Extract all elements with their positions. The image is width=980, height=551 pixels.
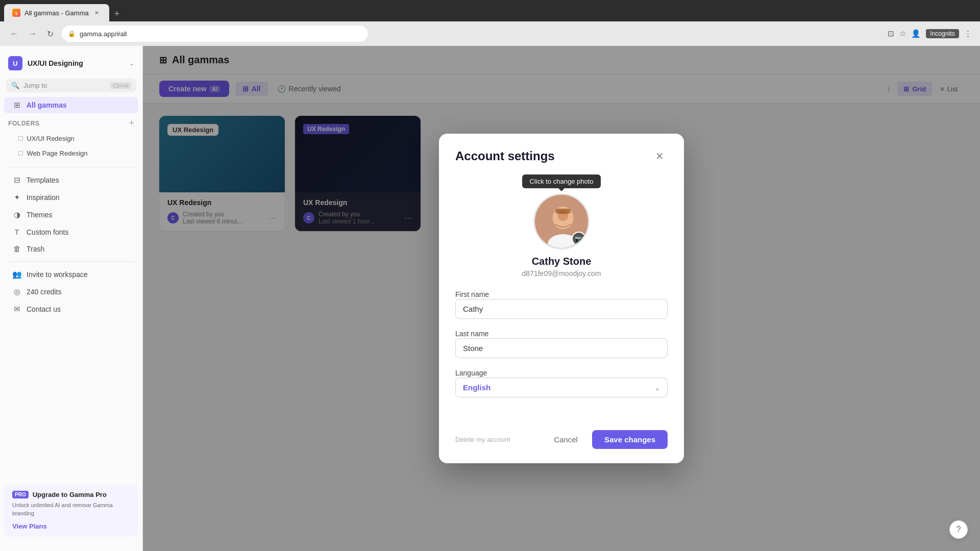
nav-label-contact: Contact us	[27, 305, 61, 313]
language-label: Language	[455, 369, 487, 377]
app: U UX/UI Designing ⌄ 🔍 Jump to Ctrl+K ⊞ A…	[0, 46, 980, 551]
first-name-group: First name	[455, 290, 668, 319]
folders-section: Folders + □ UX/UI Redesign □ Web Page Re…	[0, 114, 142, 163]
workspace-name: UX/UI Designing	[28, 59, 124, 67]
nav-label-templates: Templates	[27, 176, 59, 184]
sidebar-item-custom-fonts[interactable]: T Custom fonts	[4, 224, 138, 240]
sidebar-item-themes[interactable]: ◑ Themes	[4, 207, 138, 223]
folder-name-2: Web Page Redesign	[27, 149, 87, 157]
camera-badge: 📷	[572, 232, 586, 246]
upgrade-title: Upgrade to Gamma Pro	[33, 491, 107, 498]
folder-item-ux-redesign[interactable]: □ UX/UI Redesign	[4, 131, 138, 145]
sidebar: U UX/UI Designing ⌄ 🔍 Jump to Ctrl+K ⊞ A…	[0, 46, 143, 551]
new-tab-button[interactable]: +	[110, 7, 124, 21]
browser-chrome: γ All gammas - Gamma ✕ + ← → ↻ 🔒 gamma.a…	[0, 0, 980, 46]
refresh-button[interactable]: ↻	[45, 27, 56, 41]
user-email: d871fe09@moodjoy.com	[522, 269, 601, 278]
nav-label-invite: Invite to workspace	[27, 270, 88, 279]
bookmark-btn[interactable]: ☆	[899, 29, 906, 38]
modal-body: Click to change photo	[439, 174, 684, 422]
folders-label: Folders	[8, 120, 129, 127]
language-select-wrapper: English Spanish French German Portuguese…	[455, 378, 668, 397]
last-name-input[interactable]	[455, 338, 668, 358]
main-content: ⊞ All gammas Create new AI ⊞ All 🕐 Recen…	[143, 46, 980, 551]
search-bar[interactable]: 🔍 Jump to Ctrl+K	[6, 79, 136, 92]
add-folder-button[interactable]: +	[129, 118, 134, 129]
incognito-badge: Incognito	[926, 29, 959, 38]
sidebar-item-inspiration[interactable]: ✦ Inspiration	[4, 189, 138, 206]
nav-label-custom-fonts: Custom fonts	[27, 228, 68, 236]
contact-icon: ✉	[12, 305, 21, 314]
tab-favicon: γ	[12, 9, 20, 17]
user-name: Cathy Stone	[532, 256, 592, 267]
modal-title: Account settings	[455, 149, 555, 163]
forward-button[interactable]: →	[27, 27, 39, 40]
save-changes-button[interactable]: Save changes	[592, 430, 668, 449]
folders-header: Folders +	[0, 116, 142, 131]
search-shortcut: Ctrl+K	[110, 82, 131, 89]
folder-icon-2: □	[18, 149, 22, 157]
folder-item-web-redesign[interactable]: □ Web Page Redesign	[4, 146, 138, 160]
modal-header: Account settings ✕	[439, 134, 684, 174]
photo-section: Click to change photo	[455, 174, 668, 278]
folder-icon: □	[18, 134, 22, 142]
tab-bar: γ All gammas - Gamma ✕ +	[0, 0, 980, 21]
nav-label-credits: 240 credits	[27, 288, 61, 296]
url-bar[interactable]: 🔒 gamma.app/#all	[62, 26, 368, 42]
last-name-group: Last name	[455, 329, 668, 358]
nav-label-themes: Themes	[27, 211, 53, 219]
footer-actions: Cancel Save changes	[546, 430, 668, 449]
modal-close-button[interactable]: ✕	[651, 148, 668, 164]
inspiration-icon: ✦	[12, 193, 21, 202]
trash-icon: 🗑	[12, 244, 21, 253]
tab-title: All gammas - Gamma	[24, 9, 89, 17]
svg-rect-5	[555, 209, 571, 214]
address-bar: ← → ↻ 🔒 gamma.app/#all ⊡ ☆ 👤 Incognito ⋮	[0, 21, 980, 46]
sidebar-bottom: PRO Upgrade to Gamma Pro Unlock unlimite…	[0, 477, 142, 545]
templates-icon: ⊟	[12, 176, 21, 185]
extensions-btn[interactable]: ⊡	[888, 29, 894, 38]
last-name-label: Last name	[455, 330, 488, 338]
language-select[interactable]: English Spanish French German Portuguese	[455, 378, 668, 397]
grid-icon: ⊞	[12, 101, 21, 110]
camera-icon: 📷	[575, 235, 583, 243]
sidebar-item-trash[interactable]: 🗑 Trash	[4, 241, 138, 257]
nav-label-inspiration: Inspiration	[27, 193, 60, 202]
sidebar-item-invite[interactable]: 👥 Invite to workspace	[4, 266, 138, 283]
upgrade-header: PRO Upgrade to Gamma Pro	[12, 491, 130, 498]
browser-actions: ⊡ ☆ 👤 Incognito ⋮	[888, 29, 972, 38]
upgrade-section: PRO Upgrade to Gamma Pro Unlock unlimite…	[4, 485, 138, 537]
divider-2	[8, 261, 134, 262]
tab-close-btn[interactable]: ✕	[93, 9, 101, 17]
divider	[8, 167, 134, 167]
nav-label-all-gammas: All gammas	[27, 101, 67, 109]
menu-btn[interactable]: ⋮	[964, 29, 972, 38]
help-button[interactable]: ?	[949, 520, 968, 539]
sidebar-item-credits[interactable]: ◎ 240 credits	[4, 284, 138, 300]
url-text: gamma.app/#all	[80, 30, 127, 38]
pro-badge: PRO	[12, 491, 29, 498]
first-name-input[interactable]	[455, 299, 668, 319]
chevron-down-icon: ⌄	[129, 60, 134, 67]
change-photo-button[interactable]: 📷	[533, 193, 590, 249]
credits-icon: ◎	[12, 287, 21, 296]
sidebar-item-all-gammas[interactable]: ⊞ All gammas	[4, 97, 138, 113]
themes-icon: ◑	[12, 210, 21, 219]
upgrade-description: Unlock unlimited AI and remove Gamma bra…	[12, 502, 130, 517]
nav-label-trash: Trash	[27, 245, 44, 253]
cancel-button[interactable]: Cancel	[546, 431, 586, 448]
search-icon: 🔍	[11, 82, 19, 89]
sidebar-item-templates[interactable]: ⊟ Templates	[4, 172, 138, 188]
active-tab[interactable]: γ All gammas - Gamma ✕	[4, 4, 109, 21]
modal-overlay[interactable]: Account settings ✕ Click to change photo	[143, 46, 980, 551]
sidebar-item-contact[interactable]: ✉ Contact us	[4, 301, 138, 317]
first-name-label: First name	[455, 290, 489, 298]
workspace-avatar: U	[8, 56, 22, 70]
view-plans-link[interactable]: View Plans	[12, 522, 47, 530]
profile-btn[interactable]: 👤	[911, 29, 921, 38]
back-button[interactable]: ←	[8, 27, 20, 40]
search-text: Jump to	[23, 82, 106, 89]
workspace-header[interactable]: U UX/UI Designing ⌄	[0, 52, 142, 74]
delete-account-link[interactable]: Delete my account	[455, 436, 510, 443]
invite-icon: 👥	[12, 270, 21, 279]
